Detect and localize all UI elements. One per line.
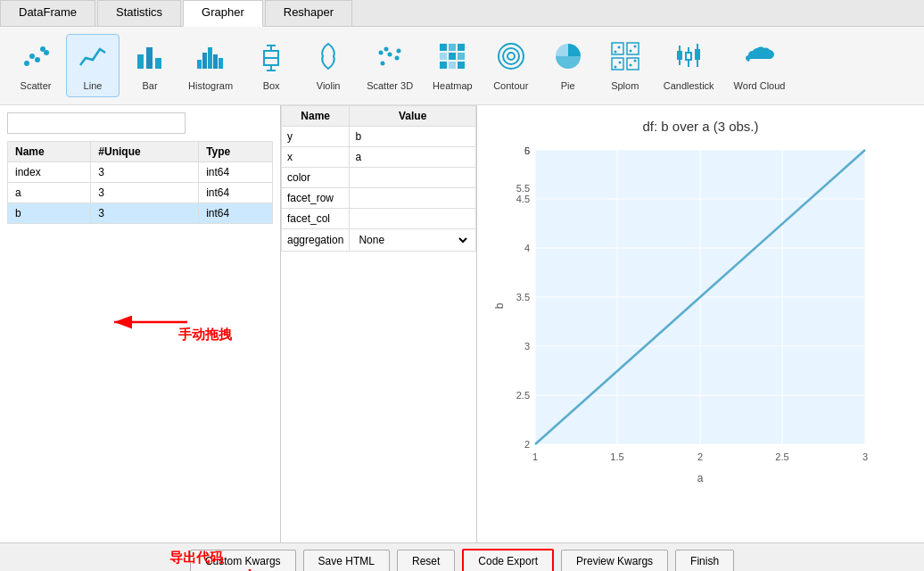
table-row-selected[interactable]: b 3 int64 bbox=[8, 203, 273, 224]
code-export-button[interactable]: Code Export bbox=[462, 549, 554, 572]
tab-grapher[interactable]: Grapher bbox=[183, 0, 263, 27]
save-html-button[interactable]: Save HTML bbox=[303, 550, 390, 572]
param-input-facet-row[interactable] bbox=[355, 192, 470, 204]
svg-point-0 bbox=[24, 61, 29, 66]
tab-dataframe[interactable]: DataFrame bbox=[0, 0, 95, 26]
chart-type-pie[interactable]: Pie bbox=[541, 34, 595, 97]
chart-toolbar: Scatter Line Bar Histogram Box Violin bbox=[0, 27, 924, 105]
svg-rect-40 bbox=[627, 58, 639, 70]
svg-text:5.5: 5.5 bbox=[516, 183, 530, 194]
svg-text:2: 2 bbox=[524, 439, 530, 450]
svg-text:1: 1 bbox=[532, 451, 538, 462]
scatter-label: Scatter bbox=[21, 80, 52, 91]
top-tab-bar: DataFrame Statistics Grapher Reshaper bbox=[0, 0, 924, 27]
custom-kwargs-button[interactable]: Custom Kwargs bbox=[190, 550, 296, 572]
svg-rect-5 bbox=[137, 54, 144, 69]
chart-svg: 2 2.5 3 3.5 4 4.5 5 5.5 6 1 1.5 2 2.5 3 … bbox=[491, 141, 883, 489]
chart-type-line[interactable]: Line bbox=[66, 34, 120, 97]
violin-icon bbox=[312, 40, 344, 77]
cell-name: index bbox=[8, 162, 91, 183]
svg-rect-30 bbox=[458, 53, 465, 60]
param-row-y: y bbox=[282, 127, 476, 147]
param-value-facet-col[interactable] bbox=[350, 209, 476, 229]
param-header-name: Name bbox=[282, 106, 350, 127]
tab-statistics[interactable]: Statistics bbox=[97, 0, 181, 26]
chart-type-bar[interactable]: Bar bbox=[123, 34, 177, 97]
param-value-x[interactable] bbox=[350, 147, 476, 168]
param-header-value: Value bbox=[350, 106, 476, 127]
param-row-x: x bbox=[282, 147, 476, 168]
table-row[interactable]: a 3 int64 bbox=[8, 183, 273, 203]
aggregation-select[interactable]: None Sum Mean Count bbox=[355, 233, 470, 247]
svg-rect-27 bbox=[458, 44, 465, 51]
svg-point-48 bbox=[633, 60, 636, 62]
param-value-color[interactable] bbox=[350, 168, 476, 188]
svg-point-23 bbox=[397, 49, 401, 54]
svg-point-2 bbox=[35, 57, 40, 62]
splom-icon bbox=[609, 40, 641, 77]
scatter-icon bbox=[20, 40, 52, 77]
svg-rect-39 bbox=[612, 58, 623, 70]
svg-rect-26 bbox=[449, 44, 456, 51]
svg-text:3: 3 bbox=[524, 341, 530, 352]
svg-rect-12 bbox=[219, 58, 223, 69]
box-label: Box bbox=[263, 80, 280, 91]
bar-label: Bar bbox=[142, 80, 157, 91]
svg-point-24 bbox=[379, 51, 384, 55]
svg-rect-53 bbox=[686, 53, 691, 60]
chart-type-splom[interactable]: Splom bbox=[598, 34, 652, 97]
param-input-x[interactable] bbox=[355, 151, 470, 163]
param-input-facet-col[interactable] bbox=[355, 212, 470, 225]
reset-button[interactable]: Reset bbox=[397, 550, 455, 572]
svg-rect-56 bbox=[695, 49, 700, 60]
search-input[interactable] bbox=[7, 112, 186, 134]
cell-name: b bbox=[8, 203, 91, 224]
chart-type-histogram[interactable]: Histogram bbox=[180, 34, 241, 97]
scatter3d-icon bbox=[374, 40, 406, 77]
bar-icon bbox=[134, 40, 166, 77]
svg-text:3: 3 bbox=[862, 451, 868, 462]
svg-point-42 bbox=[617, 46, 620, 49]
chart-type-scatter[interactable]: Scatter bbox=[9, 34, 62, 97]
param-value-y[interactable] bbox=[350, 127, 476, 147]
chart-type-box[interactable]: Box bbox=[244, 34, 298, 97]
param-row-facet-col: facet_col bbox=[282, 209, 476, 229]
wordcloud-icon bbox=[744, 40, 776, 77]
cell-type: int64 bbox=[199, 162, 273, 183]
chart-type-violin[interactable]: Violin bbox=[301, 34, 355, 97]
chart-type-candlestick[interactable]: Candlestick bbox=[656, 34, 722, 97]
box-icon bbox=[255, 40, 287, 77]
chart-type-wordcloud[interactable]: Word Cloud bbox=[726, 34, 794, 97]
svg-rect-33 bbox=[458, 62, 465, 69]
tab-reshaper[interactable]: Reshaper bbox=[265, 0, 352, 26]
violin-label: Violin bbox=[317, 80, 341, 91]
svg-text:b: b bbox=[493, 302, 506, 309]
chart-type-contour[interactable]: Contour bbox=[484, 34, 538, 97]
table-row[interactable]: index 3 int64 bbox=[8, 162, 273, 183]
cell-unique: 3 bbox=[91, 203, 199, 224]
chart-type-heatmap[interactable]: Heatmap bbox=[425, 34, 481, 97]
svg-point-4 bbox=[44, 50, 49, 55]
candlestick-icon bbox=[672, 40, 705, 77]
chart-type-scatter3d[interactable]: Scatter 3D bbox=[359, 34, 421, 97]
svg-rect-38 bbox=[627, 43, 639, 54]
param-input-y[interactable] bbox=[355, 130, 470, 143]
col-header-name: Name bbox=[8, 142, 91, 162]
svg-text:1.5: 1.5 bbox=[610, 451, 623, 462]
preview-kwargs-button[interactable]: Preview Kwargs bbox=[561, 550, 668, 572]
svg-rect-50 bbox=[677, 51, 682, 60]
param-value-facet-row[interactable] bbox=[350, 188, 476, 209]
svg-rect-29 bbox=[449, 53, 456, 60]
param-value-aggregation[interactable]: None Sum Mean Count bbox=[350, 229, 476, 252]
svg-rect-32 bbox=[449, 62, 456, 69]
param-label-facet-row: facet_row bbox=[282, 188, 350, 209]
param-row-color: color bbox=[282, 168, 476, 188]
svg-point-1 bbox=[29, 54, 35, 59]
col-header-type: Type bbox=[199, 142, 273, 162]
svg-point-46 bbox=[618, 62, 621, 64]
param-input-color[interactable] bbox=[355, 171, 470, 184]
finish-button[interactable]: Finish bbox=[675, 550, 734, 572]
svg-point-20 bbox=[388, 53, 392, 57]
splom-label: Splom bbox=[611, 80, 639, 91]
col-header-unique: #Unique bbox=[91, 142, 199, 162]
